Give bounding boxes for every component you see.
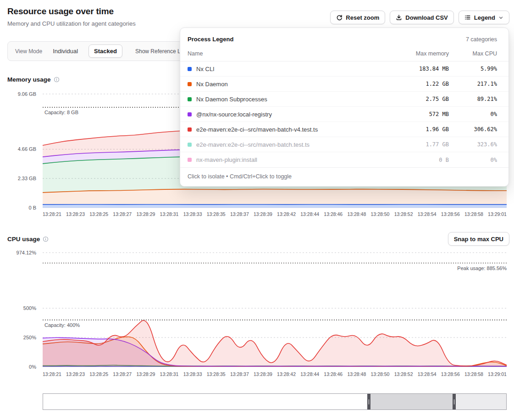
legend-row[interactable]: Nx Daemon Subprocesses2.75 GB89.21%: [180, 92, 508, 107]
timeline-brush[interactable]: [43, 393, 507, 410]
max-cpu-value: 217.1%: [449, 81, 497, 87]
y-axis-tick: 250%: [0, 334, 39, 341]
process-name: Nx Daemon Subprocesses: [196, 96, 396, 103]
brush-selection[interactable]: [367, 394, 456, 409]
brush-left-handle[interactable]: [367, 394, 370, 409]
process-name: @nx/nx-source:local-registry: [196, 111, 396, 118]
x-axis-tick: 13:28:46: [324, 211, 343, 217]
max-memory-value: 2.75 GB: [396, 96, 449, 102]
process-legend-popup: Process Legend 7 categories Name Max mem…: [180, 28, 509, 187]
legend-popup-header: Process Legend 7 categories: [180, 28, 508, 48]
header-actions: Reset zoom Download CSV Legend: [330, 11, 509, 24]
view-mode-individual-button[interactable]: Individual: [48, 45, 83, 57]
snap-to-max-cpu-button[interactable]: Snap to max CPU: [448, 232, 509, 246]
download-icon: [396, 14, 402, 21]
y-axis-tick: 2.33 GB: [0, 175, 39, 182]
reset-zoom-label: Reset zoom: [346, 14, 379, 21]
max-memory-value: 1.77 GB: [396, 141, 449, 148]
x-axis-tick: 13:28:27: [113, 211, 132, 217]
series-color-dot: [188, 127, 192, 132]
download-csv-button[interactable]: Download CSV: [390, 11, 453, 24]
x-axis-tick: 13:28:42: [277, 211, 296, 217]
legend-row[interactable]: Nx Daemon1.22 GB217.1%: [180, 77, 508, 92]
view-mode-stacked-button[interactable]: Stacked: [88, 44, 122, 58]
x-axis-tick: 13:28:39: [254, 371, 272, 377]
x-axis-tick: 13:28:48: [347, 371, 366, 377]
x-axis-tick: 13:28:37: [230, 371, 249, 377]
brush-right-handle[interactable]: [453, 394, 456, 409]
max-cpu-value: 323.6%: [449, 141, 497, 148]
x-axis-tick: 13:28:33: [183, 211, 202, 217]
memory-section-header: Memory usage: [7, 76, 60, 83]
legend-row[interactable]: e2e-maven:e2e-ci--src/maven-batch-v4.tes…: [180, 122, 508, 137]
x-axis-tick: 13:28:52: [394, 211, 413, 217]
y-axis-tick: 0 B: [0, 204, 39, 211]
x-axis-tick: 13:28:44: [300, 371, 319, 377]
page-subtitle: Memory and CPU utilization for agent cat…: [7, 20, 136, 27]
column-max-memory: Max memory: [396, 50, 449, 57]
x-axis-tick: 13:28:27: [113, 371, 132, 377]
cpu-chart[interactable]: 974.12%500%250%0%Peak usage: 885.56%Capa…: [0, 250, 514, 367]
legend-row[interactable]: nx-maven-plugin:install0 B0%: [180, 152, 508, 167]
max-cpu-value: 0%: [449, 111, 497, 117]
y-axis-tick: 0%: [0, 364, 39, 370]
legend-column-headers: Name Max memory Max CPU: [180, 48, 508, 61]
y-axis-tick: 9.06 GB: [0, 91, 39, 98]
x-axis-tick: 13:28:37: [230, 211, 249, 217]
legend-footer-hint: Click to isolate • Cmd/Ctrl+Click to tog…: [180, 167, 508, 186]
x-axis-tick: 13:28:21: [43, 371, 61, 377]
x-axis-tick: 13:28:25: [89, 211, 108, 217]
info-icon: [54, 77, 60, 83]
legend-popup-title: Process Legend: [188, 36, 233, 43]
x-axis-tick: 13:28:31: [160, 211, 179, 217]
y-axis-tick: 500%: [0, 305, 39, 312]
max-memory-value: 572 MB: [396, 111, 449, 117]
x-axis-tick: 13:28:54: [418, 211, 437, 217]
column-name: Name: [188, 50, 396, 57]
process-name: e2e-maven:e2e-ci--src/maven-batch.test.t…: [196, 141, 396, 148]
process-name: Nx CLI: [196, 66, 396, 72]
cpu-chart-canvas[interactable]: [43, 250, 507, 367]
cpu-x-axis: 13:28:2113:28:2313:28:2513:28:2713:28:29…: [43, 371, 507, 377]
series-color-dot: [188, 82, 192, 86]
max-cpu-value: 0%: [449, 157, 497, 163]
x-axis-tick: 13:28:56: [441, 371, 460, 377]
legend-category-count: 7 categories: [466, 36, 501, 43]
legend-row[interactable]: Nx CLI183.84 MB5.99%: [180, 61, 508, 77]
x-axis-tick: 13:28:44: [300, 211, 319, 217]
refresh-icon: [336, 14, 343, 21]
series-color-dot: [188, 97, 192, 101]
legend-row[interactable]: e2e-maven:e2e-ci--src/maven-batch.test.t…: [180, 137, 508, 152]
max-memory-value: 1.96 GB: [396, 126, 449, 133]
x-axis-tick: 13:28:58: [464, 371, 483, 377]
x-axis-tick: 13:28:50: [371, 211, 390, 217]
x-axis-tick: 13:28:50: [371, 371, 390, 377]
x-axis-tick: 13:28:35: [207, 211, 226, 217]
max-memory-value: 183.84 MB: [396, 66, 449, 72]
legend-label: Legend: [474, 14, 495, 21]
x-axis-tick: 13:28:56: [441, 211, 460, 217]
x-axis-tick: 13:28:39: [254, 211, 272, 217]
reset-zoom-button[interactable]: Reset zoom: [330, 11, 385, 24]
reference-line-label: Capacity: 8 GB: [44, 110, 78, 115]
x-axis-tick: 13:28:52: [394, 371, 413, 377]
legend-button[interactable]: Legend: [459, 11, 509, 24]
x-axis-tick: 13:28:25: [89, 371, 108, 377]
x-axis-tick: 13:28:31: [160, 371, 179, 377]
brush-right-area[interactable]: [456, 394, 506, 409]
legend-row[interactable]: @nx/nx-source:local-registry572 MB0%: [180, 107, 508, 122]
memory-section-title: Memory usage: [7, 76, 51, 83]
max-cpu-value: 306.62%: [449, 126, 497, 133]
process-name: e2e-maven:e2e-ci--src/maven-batch-v4.tes…: [196, 126, 396, 133]
x-axis-tick: 13:28:58: [464, 211, 483, 217]
x-axis-tick: 13:29:01: [488, 211, 507, 217]
x-axis-tick: 13:28:54: [418, 371, 437, 377]
reference-line-label: Capacity: 400%: [44, 322, 80, 328]
max-memory-value: 0 B: [396, 157, 449, 163]
x-axis-tick: 13:29:01: [488, 371, 507, 377]
series-color-dot: [188, 143, 192, 147]
column-max-cpu: Max CPU: [449, 50, 497, 57]
x-axis-tick: 13:28:35: [207, 371, 226, 377]
process-name: Nx Daemon: [196, 81, 396, 88]
x-axis-tick: 13:28:42: [277, 371, 296, 377]
